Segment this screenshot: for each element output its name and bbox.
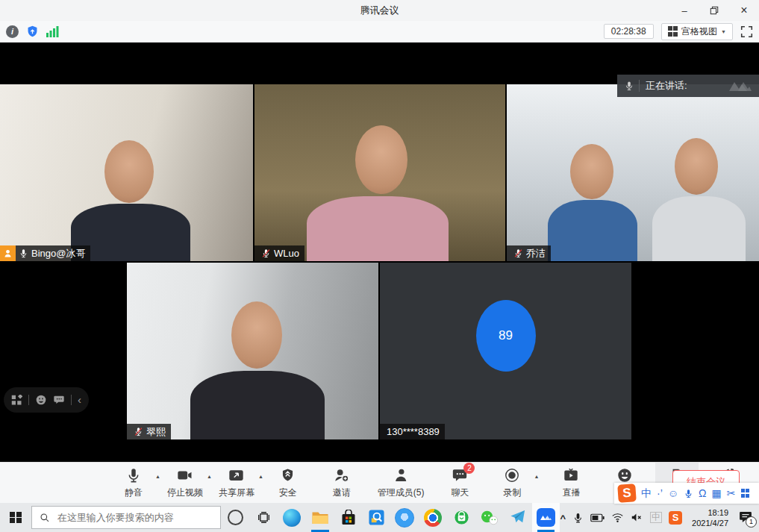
live-stream-label: 直播 [562,486,580,499]
divider [28,395,29,405]
manage-members-button[interactable]: 管理成员(5) [374,463,428,503]
participant-name: 130****8389 [387,426,440,437]
cortana-button[interactable] [221,503,249,532]
live-stream-button[interactable]: 直播 [549,463,593,503]
participant-torso [190,371,325,439]
participant-name: WLuo [274,248,299,259]
participant-name: 乔洁 [526,247,546,260]
participant-face [104,140,154,203]
video-tile-cuixi[interactable]: 翠熙 [127,263,378,439]
tray-date: 2021/4/27 [692,518,728,528]
view-mode-switch[interactable]: 宫格视图 ▼ [661,23,733,40]
taskbar-app-meeting[interactable] [532,503,560,532]
volume-muted-icon[interactable] [631,512,643,523]
taskbar-app-explorer[interactable] [306,503,334,532]
ime-voice-icon[interactable] [684,488,693,499]
meeting-timer: 02:28:38 [604,24,654,39]
battery-icon[interactable] [590,513,605,523]
participant-name-tag: 乔洁 [507,245,551,261]
mic-options-caret[interactable]: ▲ [155,474,160,479]
invite-person-icon [333,466,350,484]
minimize-button[interactable]: – [669,0,699,21]
network-signal-icon[interactable] [46,25,59,37]
video-tile-qiaojie[interactable]: 乔洁 [507,84,759,261]
notification-center-button[interactable]: 1 [738,510,755,526]
taskbar-app-clock[interactable] [390,503,419,532]
speaking-label: 正在讲话: [646,79,687,93]
share-screen-icon [228,466,245,484]
video-tile-bingo[interactable]: Bingo@冰哥 [0,84,253,261]
record-icon [504,466,520,484]
mute-button[interactable]: 静音 [112,466,155,499]
ime-symbols-icon[interactable]: Ω [699,488,706,498]
security-button[interactable]: 安全 [266,463,310,503]
sogou-tray-icon[interactable]: S [669,511,682,525]
security-shield-icon[interactable] [25,25,40,39]
edge-icon [283,509,301,527]
stop-video-button[interactable]: 停止视频 [163,466,207,499]
ime-keyboard-icon[interactable]: ▦ [712,488,722,498]
layout-icon[interactable] [11,395,22,406]
divider [71,395,72,405]
taskbar-app-green-store[interactable] [447,503,475,532]
participant-name: Bingo@冰哥 [31,247,85,260]
video-tile-wluo[interactable]: WLuo [254,84,505,261]
mic-icon [125,466,142,484]
taskbar-app-store[interactable] [334,503,363,532]
ime-toolbar: S 中 ·’ ☺ Ω ▦ ✂ [614,483,759,504]
sogou-logo-icon[interactable]: S [617,484,637,503]
taskbar-app-edge[interactable] [278,503,306,532]
close-button[interactable]: × [729,0,759,21]
window-titlebar: 腾讯会议 – × [0,0,759,21]
ime-screenshot-icon[interactable]: ✂ [727,488,736,498]
wifi-icon[interactable] [611,512,624,523]
chat-bubble-icon[interactable] [53,394,65,406]
start-button[interactable] [0,503,31,532]
chat-button[interactable]: 2 聊天 [438,463,481,503]
taskbar-clock[interactable]: 18:19 2021/4/27 [692,507,728,528]
tencent-meeting-icon [537,508,555,527]
share-screen-button[interactable]: 共享屏幕 [215,466,258,499]
avatar: 89 [476,300,536,372]
tray-expand-icon[interactable]: ^ [560,513,566,524]
record-button[interactable]: 录制 [490,466,534,499]
chrome-icon [424,509,442,527]
chat-label: 聊天 [451,486,469,499]
invite-button[interactable]: 邀请 [320,463,363,503]
task-view-button[interactable] [249,503,278,532]
mic-on-icon [19,248,28,258]
record-options-caret[interactable]: ▲ [534,474,539,479]
ime-pin-icon[interactable]: 中 [650,512,662,523]
participant-torso-2 [652,196,746,261]
windows-taskbar: ^ 中 S 18:19 2021/4/27 1 [0,503,759,532]
restore-icon [710,6,719,15]
taskbar-search[interactable] [31,506,222,529]
grid-view-icon [668,26,678,37]
taskbar-app-telegram[interactable] [504,503,532,532]
mic-muted-icon [513,248,523,258]
ime-toolbox-icon[interactable] [741,489,750,498]
share-options-caret[interactable]: ▲ [258,474,263,479]
chevron-left-icon[interactable]: ‹ [78,394,81,405]
mic-muted-icon [261,248,271,258]
taskbar-app-chrome[interactable] [419,503,447,532]
taskbar-app-wechat[interactable] [475,503,504,532]
mic-muted-icon [134,427,143,436]
host-badge-icon [0,245,16,261]
video-tile-phone[interactable]: 89 130****8389 [380,263,631,439]
meeting-info-icon[interactable]: i [6,25,19,38]
avatar-number: 89 [499,328,513,343]
meeting-topbar: i 02:28:38 宫格视图 ▼ [0,21,759,43]
restore-button[interactable] [699,0,729,21]
fullscreen-icon[interactable] [740,25,753,38]
taskbar-app-photos[interactable] [363,503,391,532]
shield-icon [280,466,296,484]
tray-mic-icon[interactable] [572,512,584,524]
video-options-caret[interactable]: ▲ [207,474,212,479]
emoji-icon[interactable] [35,394,47,406]
ime-punctuation-icon[interactable]: ·’ [657,488,663,498]
search-input[interactable] [56,511,213,524]
view-mode-label: 宫格视图 [681,25,717,38]
ime-language-icon[interactable]: 中 [641,488,652,498]
ime-emoji-icon[interactable]: ☺ [668,488,678,498]
